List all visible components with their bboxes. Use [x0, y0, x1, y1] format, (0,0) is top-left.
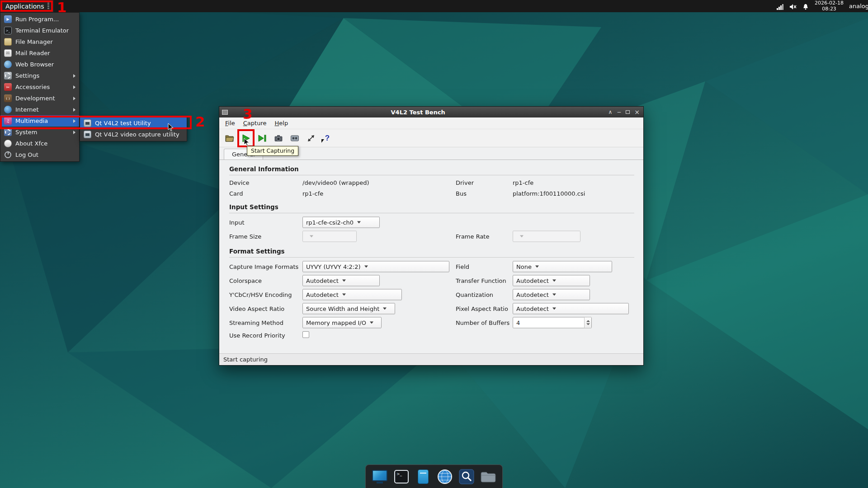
number-of-buffers-value: 4 — [513, 317, 584, 328]
pixel-aspect-ratio-select[interactable]: Autodetect — [513, 303, 629, 314]
chevron-down-icon — [364, 265, 368, 267]
internet-icon — [4, 106, 12, 113]
help-icon: ? — [325, 134, 330, 143]
terminal-icon — [4, 27, 12, 34]
menu-item-internet[interactable]: Internet — [0, 104, 79, 115]
number-of-buffers-label: Number of Buffers — [456, 319, 509, 326]
network-signal-icon[interactable] — [777, 3, 784, 10]
log-out-icon — [4, 151, 12, 159]
menu-item-terminal-emulator[interactable]: Terminal Emulator — [0, 25, 79, 36]
chevron-down-icon — [342, 293, 346, 296]
submenu-arrow-icon — [73, 74, 75, 78]
form-row: Y'CbCr/HSV Encoding Autodetect Quantizat… — [229, 287, 634, 301]
menubar: File Capture Help — [219, 117, 643, 129]
form-row: Streaming Method Memory mapped I/O Numbe… — [229, 315, 634, 329]
ycbcr-encoding-select[interactable]: Autodetect — [302, 289, 402, 300]
menu-item-label: Qt V4L2 video capture utility — [95, 131, 179, 138]
minimize-button[interactable] — [617, 109, 621, 115]
web-browser-icon — [4, 61, 12, 68]
clock-time: 08:23 — [815, 6, 844, 12]
form-row: Use Record Priority — [229, 329, 634, 341]
open-folder-icon — [225, 133, 235, 143]
menu-help[interactable]: Help — [270, 118, 292, 128]
dock-item-web-browser[interactable] — [436, 468, 453, 485]
input-select-value: rp1-cfe-csi2-ch0 — [306, 219, 354, 225]
menu-item-run-program[interactable]: Run Program... — [0, 14, 79, 25]
window-icon — [222, 110, 228, 115]
status-text: Start capturing — [223, 356, 268, 363]
chevron-down-icon — [357, 221, 361, 223]
device-label: Device — [229, 179, 249, 186]
menu-item-accessories[interactable]: Accessories — [0, 81, 79, 93]
form-row: Input rp1-cfe-csi2-ch0 — [229, 215, 634, 229]
notifications-bell-icon[interactable] — [802, 3, 809, 10]
context-help-button[interactable]: ? — [321, 131, 334, 145]
number-of-buffers-spinner[interactable]: 4 — [513, 317, 592, 328]
menu-item-about-xfce[interactable]: About Xfce — [0, 138, 79, 149]
spinner-arrows-icon[interactable] — [584, 317, 591, 328]
panel-clock[interactable]: 2026-02-18 08:23 — [815, 0, 844, 12]
record-raw-button[interactable] — [288, 131, 302, 145]
menu-item-file-manager[interactable]: File Manager — [0, 36, 79, 47]
titlebar[interactable]: V4L2 Test Bench — [219, 107, 643, 117]
menu-item-mail-reader[interactable]: Mail Reader — [0, 47, 79, 59]
input-select[interactable]: rp1-cfe-csi2-ch0 — [302, 216, 380, 228]
quantization-label: Quantization — [456, 291, 493, 298]
quantization-select[interactable]: Autodetect — [513, 289, 590, 300]
form-row: Colorspace Autodetect Transfer Function … — [229, 273, 634, 287]
capture-formats-select[interactable]: UYVY (UYVY 4:2:2) — [302, 261, 449, 272]
annotation-number-2: 2 — [195, 115, 205, 129]
menu-item-development[interactable]: Development — [0, 93, 79, 104]
ycbcr-encoding-value: Autodetect — [306, 291, 339, 298]
chevron-down-icon — [552, 307, 556, 310]
form-row: Frame Size Frame Rate — [229, 229, 634, 243]
dock-item-show-desktop[interactable] — [371, 468, 388, 485]
field-select[interactable]: None — [513, 261, 612, 272]
volume-muted-icon[interactable] — [789, 3, 797, 10]
submenu-arrow-icon — [73, 108, 75, 112]
info-row: Card rp1-cfe Bus platform:1f00110000.csi — [229, 188, 634, 199]
annotation-number-1: 1 — [57, 0, 67, 14]
shade-button[interactable] — [608, 109, 612, 115]
menu-item-settings[interactable]: Settings — [0, 70, 79, 81]
video-aspect-ratio-select[interactable]: Source Width and Height — [302, 303, 395, 314]
video-aspect-ratio-value: Source Width and Height — [306, 305, 379, 312]
settings-icon — [4, 72, 12, 80]
snapshot-button[interactable] — [272, 131, 285, 145]
streaming-method-select[interactable]: Memory mapped I/O — [302, 317, 382, 328]
dock-item-screenshot[interactable] — [458, 468, 475, 485]
menu-item-label: Accessories — [15, 84, 50, 90]
bus-label: Bus — [456, 190, 467, 197]
dock-item-terminal[interactable] — [393, 468, 410, 485]
resolution-override-button[interactable] — [304, 131, 318, 145]
menu-item-label: Mail Reader — [15, 50, 50, 56]
use-record-priority-checkbox[interactable] — [302, 331, 309, 338]
status-bar: Start capturing — [219, 353, 643, 365]
menu-item-label: File Manager — [15, 38, 53, 45]
v4l2-capture-icon — [84, 131, 91, 138]
open-file-button[interactable] — [223, 131, 236, 145]
mail-icon — [4, 49, 12, 57]
chevron-down-icon — [310, 235, 313, 237]
menu-item-log-out[interactable]: Log Out — [0, 149, 79, 160]
system-icon — [4, 128, 12, 136]
folder-icon — [480, 470, 496, 483]
show-desktop-icon — [372, 470, 387, 481]
dock-item-file-manager[interactable] — [480, 468, 497, 485]
driver-value: rp1-cfe — [513, 179, 533, 186]
start-capturing-tooltip: Start Capturing — [247, 146, 298, 156]
dock-item-files[interactable] — [415, 468, 432, 485]
menu-item-web-browser[interactable]: Web Browser — [0, 59, 79, 70]
close-button[interactable] — [634, 109, 640, 115]
section-general-information: General Information — [229, 161, 634, 175]
transfer-function-select[interactable]: Autodetect — [513, 275, 590, 286]
show-frames-button[interactable] — [255, 131, 269, 145]
toolbar: ? — [219, 129, 643, 147]
colorspace-select[interactable]: Autodetect — [302, 275, 380, 286]
maximize-icon — [626, 110, 630, 114]
annotation-box-2 — [0, 116, 192, 129]
menu-file[interactable]: File — [221, 118, 239, 128]
submenu-arrow-icon — [73, 131, 75, 134]
maximize-button[interactable] — [626, 110, 630, 114]
panel-tray: 2026-02-18 08:23 analog — [777, 0, 868, 12]
